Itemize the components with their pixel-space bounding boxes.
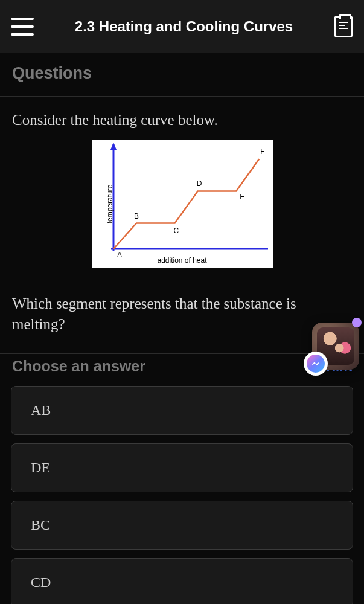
notes-icon[interactable] — [334, 16, 353, 37]
answer-option[interactable]: AB — [11, 386, 353, 435]
svg-text:D: D — [196, 179, 202, 188]
question-prompt: Consider the heating curve below. — [0, 97, 364, 138]
svg-marker-2 — [110, 143, 117, 150]
svg-text:C: C — [173, 226, 179, 234]
section-heading: Questions — [0, 53, 364, 96]
chat-head[interactable] — [312, 323, 359, 370]
svg-text:E: E — [240, 193, 244, 201]
svg-text:B: B — [134, 211, 139, 220]
answer-list: ABDEBCCD — [0, 386, 364, 604]
question-subprompt: Which segment represents that the substa… — [0, 269, 364, 354]
choose-label: Choose an answer — [12, 358, 145, 375]
chart-ylabel: temperature — [106, 184, 114, 223]
answer-option[interactable]: DE — [11, 443, 353, 492]
svg-text:F: F — [260, 147, 264, 156]
chart-xlabel: addition of heat — [92, 256, 273, 265]
heating-curve-chart: ABCDEF temperature addition of heat — [92, 140, 273, 268]
answer-option[interactable]: BC — [11, 501, 353, 550]
menu-icon[interactable] — [11, 18, 34, 36]
answer-option[interactable]: CD — [11, 558, 353, 604]
page-title: 2.3 Heating and Cooling Curves — [34, 18, 334, 35]
messenger-icon[interactable] — [304, 352, 328, 376]
chart-container: ABCDEF temperature addition of heat — [0, 140, 364, 268]
app-header: 2.3 Heating and Cooling Curves — [0, 0, 364, 53]
